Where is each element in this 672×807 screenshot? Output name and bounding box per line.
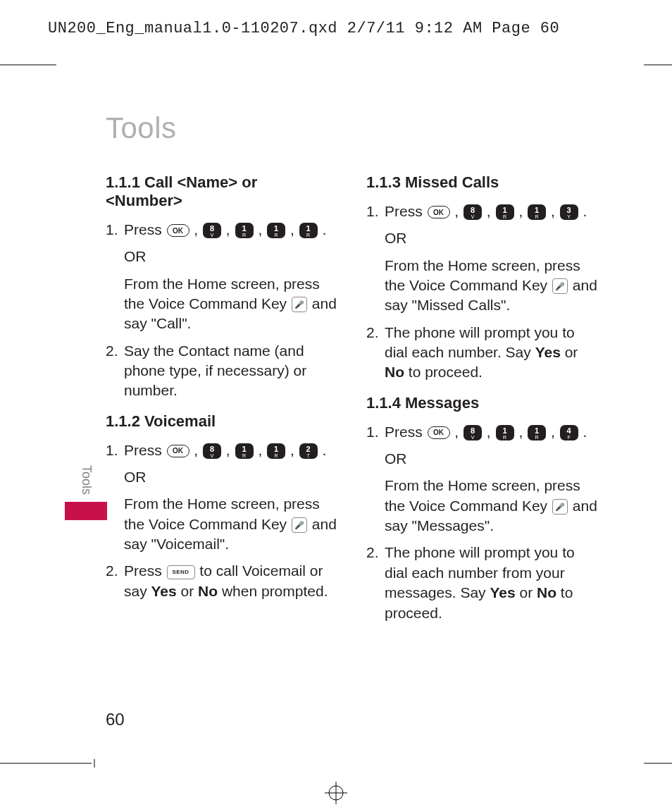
step-number: 2.	[366, 323, 385, 383]
page-body: Tools 1.1.1 Call <Name> or <Number> 1. P…	[106, 111, 613, 630]
send-key-icon: SEND	[167, 565, 195, 579]
num-key-icon: 1R	[235, 443, 254, 459]
text-bold: Yes	[151, 583, 177, 599]
side-tab: Tools	[65, 465, 107, 520]
text: Press	[385, 203, 427, 219]
ok-key-icon: OK	[167, 445, 189, 457]
ok-key-icon: OK	[428, 206, 450, 218]
page-title: Tools	[106, 111, 613, 145]
heading-1-1-1: 1.1.1 Call <Name> or <Number>	[106, 173, 338, 210]
voice-key-icon: 🎤	[292, 297, 307, 312]
num-key-icon: 8V	[463, 204, 482, 220]
text: Say the Contact name (and phone type, if…	[124, 341, 338, 401]
num-key-icon: 8V	[463, 425, 482, 441]
page-number: 60	[106, 710, 125, 729]
text: or	[561, 344, 578, 360]
step-number: 1.	[106, 441, 124, 555]
step-number: 1.	[106, 220, 124, 334]
text: From the Home screen, press the Voice Co…	[385, 257, 580, 293]
step-number: 1.	[366, 422, 385, 536]
text-bold: No	[198, 583, 218, 599]
text-bold: No	[537, 584, 556, 600]
num-key-icon: 1R	[299, 223, 318, 238]
heading-1-1-2: 1.1.2 Voicemail	[106, 412, 338, 431]
text: Press	[124, 442, 166, 458]
text: when prompted.	[218, 583, 328, 599]
step: 1. Press OK , 8V , 1R , 1R , 3Y . OR Fro…	[366, 202, 599, 316]
text: or	[177, 583, 198, 599]
column-right: 1.1.3 Missed Calls 1. Press OK , 8V , 1R…	[366, 173, 599, 630]
num-key-icon: 1R	[235, 223, 254, 238]
heading-1-1-3: 1.1.3 Missed Calls	[366, 173, 599, 192]
text: From the Home screen, press the Voice Co…	[124, 276, 320, 312]
crop-mark-ml	[62, 61, 70, 89]
num-key-icon: 2T	[299, 443, 318, 459]
text: or	[516, 584, 537, 600]
text-bold: Yes	[490, 584, 515, 600]
or-label: OR	[385, 228, 599, 248]
num-key-icon: 1R	[267, 223, 285, 238]
print-header: UN200_Eng_manual1.0-110207.qxd 2/7/11 9:…	[48, 20, 559, 37]
side-tab-bar	[65, 502, 107, 520]
step: 2. The phone will prompt you to dial eac…	[366, 323, 599, 383]
text: From the Home screen, press the Voice Co…	[124, 495, 320, 531]
step-number: 1.	[366, 202, 385, 316]
text-bold: No	[385, 364, 404, 380]
num-key-icon: 1R	[267, 443, 285, 459]
num-key-icon: 4F	[560, 425, 578, 441]
or-label: OR	[385, 449, 599, 469]
text-bold: Yes	[535, 344, 561, 360]
step: 1. Press OK , 8V , 1R , 1R , 2T . OR Fro…	[106, 441, 338, 555]
heading-1-1-4: 1.1.4 Messages	[366, 394, 599, 412]
step: 2. The phone will prompt you to dial eac…	[366, 543, 599, 622]
step-number: 2.	[106, 561, 124, 601]
num-key-icon: 1R	[496, 204, 514, 220]
or-label: OR	[124, 247, 338, 266]
registration-mark	[322, 779, 350, 807]
step: 2. Press SEND to call Voicemail or say Y…	[106, 561, 338, 601]
column-left: 1.1.1 Call <Name> or <Number> 1. Press O…	[106, 173, 338, 630]
num-key-icon: 8V	[203, 223, 221, 238]
voice-key-icon: 🎤	[292, 517, 307, 533]
step-number: 2.	[366, 543, 385, 622]
voice-key-icon: 🎤	[552, 278, 568, 294]
num-key-icon: 3Y	[560, 204, 578, 220]
num-key-icon: 1R	[528, 204, 546, 220]
crop-mark-tl	[0, 61, 63, 69]
or-label: OR	[124, 467, 338, 487]
text: From the Home screen, press the Voice Co…	[385, 477, 580, 513]
num-key-icon: 1R	[528, 425, 546, 441]
text: Press	[385, 424, 427, 440]
num-key-icon: 1R	[496, 425, 514, 441]
step: 1. Press OK , 8V , 1R , 1R , 4F . OR Fro…	[366, 422, 599, 536]
num-key-icon: 8V	[203, 443, 221, 459]
ok-key-icon: OK	[428, 426, 450, 439]
step: 2. Say the Contact name (and phone type,…	[106, 341, 338, 401]
text: Press	[124, 221, 166, 238]
step-number: 2.	[106, 341, 124, 401]
voice-key-icon: 🎤	[552, 499, 568, 515]
ok-key-icon: OK	[167, 224, 189, 237]
crop-mark-tr	[644, 61, 672, 69]
step: 1. Press OK , 8V , 1R , 1R , 1R . OR Fro…	[106, 220, 338, 334]
side-tab-label: Tools	[79, 465, 94, 495]
text: Press	[124, 562, 166, 579]
text: to proceed.	[404, 364, 483, 380]
crop-mark-bl	[0, 759, 99, 768]
crop-mark-br	[644, 759, 672, 768]
